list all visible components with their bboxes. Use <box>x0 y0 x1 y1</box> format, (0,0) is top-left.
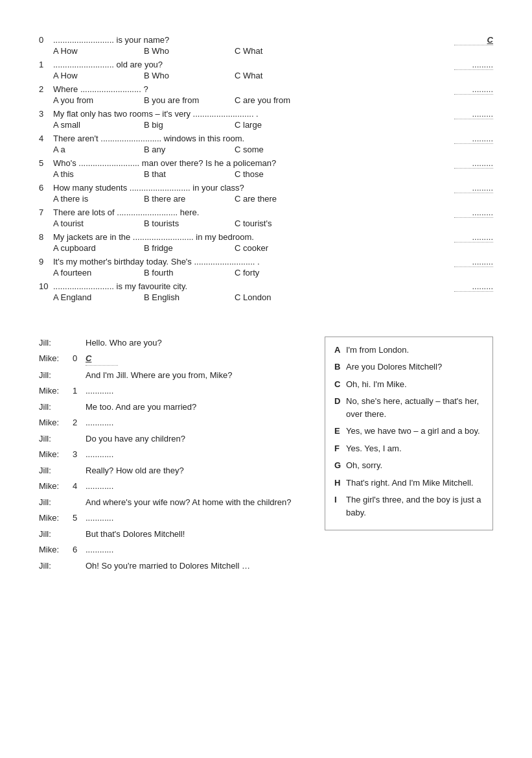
options-row-6: A there isB there areC are there <box>39 194 493 204</box>
option-1-0: A How <box>53 71 124 80</box>
conv-text-4: Me too. And are you married? <box>86 401 312 414</box>
conv-text-12: But that's Dolores Mitchell! <box>86 528 312 541</box>
option-1-1: B Who <box>144 71 215 80</box>
options-row-0: A HowB WhoC What <box>39 46 493 56</box>
question-5: 5Who's .......................... man ov… <box>39 158 493 179</box>
conv-text-9: ............ <box>86 480 312 493</box>
answer-box-letter-A: A <box>334 344 346 357</box>
conv-text-5: ............ <box>86 416 312 429</box>
option-5-0: A this <box>53 169 124 179</box>
conv-speaker-10: Jill: <box>39 496 73 509</box>
q-answer-0: C <box>454 35 493 45</box>
answer-box-text-C: Oh, hi. I'm Mike. <box>346 378 483 391</box>
option-7-1: B tourists <box>144 219 215 228</box>
option-9-1: B fourth <box>144 268 215 278</box>
answer-box-letter-F: F <box>334 442 346 455</box>
options-row-1: A HowB WhoC What <box>39 71 493 80</box>
options-row-9: A fourteenB fourthC forty <box>39 268 493 278</box>
q-num-4: 4 <box>39 134 53 143</box>
q-num-7: 7 <box>39 207 53 217</box>
conv-row-10: Jill:And where's your wife now? At home … <box>39 496 312 509</box>
part2-instructions <box>39 314 493 327</box>
q-answer-3: ......... <box>454 109 493 119</box>
q-num-0: 0 <box>39 35 53 45</box>
options-row-3: A smallB bigC large <box>39 120 493 130</box>
option-6-2: C are there <box>235 194 306 204</box>
q-text-7: There are lots of ......................… <box>53 207 454 217</box>
conv-speaker-3: Mike: <box>39 385 73 397</box>
answer-box-letter-G: G <box>334 459 346 472</box>
options-row-2: A you fromB you are fromC are you from <box>39 95 493 105</box>
options-row-8: A cupboardB fridgeC cooker <box>39 243 493 253</box>
options-row-5: A thisB thatC those <box>39 169 493 179</box>
example-answer: C <box>487 35 493 45</box>
conv-text-6: Do you have any children? <box>86 432 312 445</box>
q-text-9: It's my mother's birthday today. She's .… <box>53 257 454 266</box>
answer-box-text-D: No, she's here, actually – that's her, o… <box>346 395 483 420</box>
answer-box-item-I: IThe girl's three, and the boy is just a… <box>334 493 483 519</box>
options-row-7: A touristB touristsC tourist's <box>39 219 493 228</box>
answer-box: AI'm from London.BAre you Dolores Mitche… <box>325 337 493 531</box>
conv-speaker-9: Mike: <box>39 480 73 493</box>
option-2-2: C are you from <box>235 95 306 105</box>
conv-row-13: Mike:6............ <box>39 543 312 556</box>
conv-row-5: Mike:2............ <box>39 416 312 429</box>
q-num-1: 1 <box>39 60 53 69</box>
option-10-0: A England <box>53 292 124 302</box>
conv-num-11: 5 <box>73 512 86 525</box>
option-2-0: A you from <box>53 95 124 105</box>
conversation-area: Jill:Hello. Who are you?Mike:0CJill:And … <box>39 337 493 576</box>
conv-speaker-5: Mike: <box>39 416 73 429</box>
answer-box-text-F: Yes. Yes, I am. <box>346 442 483 455</box>
conv-row-4: Jill:Me too. And are you married? <box>39 401 312 414</box>
option-3-2: C large <box>235 120 306 130</box>
option-8-2: C cooker <box>235 243 306 253</box>
answer-box-letter-E: E <box>334 425 346 438</box>
question-3: 3My flat only has two rooms – it's very … <box>39 109 493 130</box>
option-9-2: C forty <box>235 268 306 278</box>
q-answer-2: ......... <box>454 84 493 95</box>
conv-num-7: 3 <box>73 448 86 461</box>
conv-text-2: And I'm Jill. Where are you from, Mike? <box>86 369 312 382</box>
q-num-5: 5 <box>39 158 53 168</box>
question-4: 4There aren't ..........................… <box>39 134 493 154</box>
question-7: 7There are lots of .....................… <box>39 207 493 228</box>
option-0-1: B Who <box>144 46 215 56</box>
option-6-1: B there are <box>144 194 215 204</box>
q-num-8: 8 <box>39 232 53 242</box>
question-0: 0.......................... is your name… <box>39 35 493 56</box>
q-text-0: .......................... is your name? <box>53 35 454 45</box>
conv-speaker-14: Jill: <box>39 560 73 573</box>
answer-box-item-C: COh, hi. I'm Mike. <box>334 378 483 391</box>
answer-box-letter-D: D <box>334 395 346 420</box>
conv-text-11: ............ <box>86 512 312 525</box>
answer-box-letter-B: B <box>334 361 346 373</box>
option-9-0: A fourteen <box>53 268 124 278</box>
option-0-0: A How <box>53 46 124 56</box>
q-answer-1: ......... <box>454 60 493 70</box>
option-3-0: A small <box>53 120 124 130</box>
q-text-10: .......................... is my favouri… <box>53 281 454 291</box>
option-1-2: C What <box>235 71 306 80</box>
conv-row-3: Mike:1............ <box>39 385 312 397</box>
q-answer-4: ......... <box>454 134 493 144</box>
answer-box-item-H: HThat's right. And I'm Mike Mitchell. <box>334 477 483 490</box>
conv-num-3: 1 <box>73 385 86 397</box>
option-8-0: A cupboard <box>53 243 124 253</box>
options-row-4: A aB anyC some <box>39 145 493 154</box>
option-2-1: B you are from <box>144 95 215 105</box>
conv-speaker-7: Mike: <box>39 448 73 461</box>
conv-row-7: Mike:3............ <box>39 448 312 461</box>
q-num-10: 10 <box>39 281 53 291</box>
q-text-1: .......................... old are you? <box>53 60 454 69</box>
q-text-5: Who's .......................... man ove… <box>53 158 454 168</box>
conv-text-10: And where's your wife now? At home with … <box>86 496 312 509</box>
conv-row-11: Mike:5............ <box>39 512 312 525</box>
q-num-3: 3 <box>39 109 53 119</box>
answer-box-text-H: That's right. And I'm Mike Mitchell. <box>346 477 483 490</box>
answer-box-text-E: Yes, we have two – a girl and a boy. <box>346 425 483 438</box>
option-8-1: B fridge <box>144 243 215 253</box>
q-answer-9: ......... <box>454 257 493 267</box>
answer-box-text-B: Are you Dolores Mitchell? <box>346 361 483 373</box>
conv-text-1: C <box>86 352 312 366</box>
